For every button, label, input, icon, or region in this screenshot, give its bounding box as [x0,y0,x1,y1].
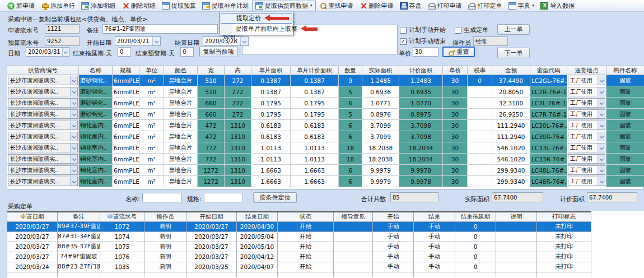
cell[interactable]: 1075 [100,242,144,252]
cell[interactable]: 30 [443,109,468,120]
cell[interactable]: 工厂使用 [567,86,606,98]
cell[interactable]: m² [139,86,164,98]
toolbar-button-1[interactable]: 添加单行 [38,1,78,11]
supplier-combo[interactable]: 长沙市潇湘玻璃实.. [8,143,78,152]
cell[interactable] [468,98,492,109]
cell[interactable]: 0.1795 [251,98,291,109]
supplier-combo[interactable]: 长沙市潇湘玻璃实.. [8,121,78,130]
cell[interactable] [468,131,492,142]
cell[interactable]: 1076 [100,252,144,262]
cell[interactable]: 2020/03/27 [186,242,237,252]
cell[interactable]: 0.6183 [291,120,339,131]
cell[interactable]: 30 [443,165,468,176]
cell[interactable]: 未打印 [537,231,591,242]
cell[interactable]: 5 [339,86,362,98]
cell[interactable]: 异地合片 [164,154,198,165]
chevron-down-icon[interactable] [70,121,77,129]
cell[interactable]: 钢化室内.. [79,131,113,142]
cell[interactable] [468,120,492,131]
cell[interactable] [496,252,537,262]
supplier-combo[interactable]: 长沙市潇湘玻璃实.. [8,177,78,186]
cell[interactable]: 20.8050 [492,86,530,98]
chevron-down-icon[interactable] [152,37,160,45]
cell[interactable]: 1.2483 [399,75,443,86]
cell[interactable]: 1310 [225,120,251,131]
cell[interactable]: 6mmPLE.. [113,109,139,120]
cell[interactable]: 660 [198,98,225,109]
cell[interactable]: 1.2485 [362,75,399,86]
cell[interactable]: 钢化室内.. [79,165,113,176]
cell[interactable]: 易明 [144,231,186,242]
cell[interactable]: 工厂使用 [567,120,606,131]
cell[interactable]: 6mmPLE.. [113,86,139,98]
cell[interactable]: 工厂使用 [567,131,606,142]
cell[interactable] [468,154,492,165]
cell[interactable]: 异地合片 [164,75,198,86]
cell[interactable]: LC2R-76#-1F [530,86,567,98]
chevron-down-icon[interactable] [598,177,605,186]
toolbar-button-0[interactable]: 新申请 [4,1,38,11]
chevron-down-icon[interactable] [598,155,605,163]
cell[interactable]: 18 [339,154,362,165]
cell[interactable]: 6 [339,176,362,187]
cell[interactable]: 钢化室内.. [79,154,113,165]
cell[interactable]: 开始 [278,231,334,242]
delivery-combo[interactable]: 工厂使用 [568,154,605,164]
cell[interactable]: 546.1020 [492,154,530,165]
cell[interactable] [468,142,492,154]
operator-field[interactable] [473,36,508,46]
chevron-down-icon[interactable] [598,110,605,118]
cell[interactable]: m² [139,142,164,154]
cell[interactable]: 0.1387 [291,86,339,98]
cell[interactable]: 2020/04/12 [237,252,278,262]
generate-order-checkbox[interactable]: 生成定单 [455,26,488,34]
cell[interactable]: 长沙市潇湘玻璃实.. [7,142,79,154]
cell[interactable]: 272 [225,98,251,109]
cell[interactable]: 2020/03/27 [186,221,237,231]
cell[interactable]: 6 [339,98,362,109]
cell[interactable]: 手动 [414,242,455,252]
cell[interactable]: m² [139,109,164,120]
delivery-combo[interactable]: 工厂使用 [568,143,605,152]
cell[interactable]: 异地合片 [164,176,198,187]
table-row[interactable]: 长沙市潇湘玻璃实..钢化室内..6mmPLE..m²异地合片77213101.0… [7,142,644,154]
cell[interactable]: LC48L-76#.. [530,165,567,176]
cell[interactable] [334,242,373,252]
cell[interactable]: 0.6183 [251,131,291,142]
cell[interactable]: 9.9978 [399,176,443,187]
cell[interactable]: 30 [443,131,468,142]
chevron-down-icon[interactable] [70,155,77,163]
cell[interactable]: 9.9979 [362,176,399,187]
cell[interactable]: 固玻 [606,120,644,131]
toolbar-button-11[interactable]: 打印定单 [465,1,505,11]
toolbar-button-3[interactable]: 删除明细 [119,1,158,11]
delivery-combo[interactable]: 工厂使用 [568,177,605,186]
cell[interactable] [468,176,492,187]
cell[interactable]: m² [139,98,164,109]
cell[interactable]: 未打印 [537,252,591,262]
toolbar-button-7[interactable]: 查找申请 [316,1,356,11]
manual-start-checkbox[interactable]: 计划手动开始 [400,26,446,34]
cell[interactable]: 1035 [100,262,144,272]
cell[interactable]: 易明 [144,262,186,272]
cell[interactable]: 磨砂钢化.. [79,98,113,109]
cell[interactable]: 钢化室内.. [79,176,113,187]
cell[interactable]: 异地合片 [164,109,198,120]
cell[interactable]: 工厂使用 [567,165,606,176]
table-row[interactable]: 长沙市潇湘玻璃实..钢化室内..6mmPLE..m²异地合片127213101.… [7,176,644,187]
chevron-down-icon[interactable] [598,76,605,85]
cell[interactable]: 工厂使用 [567,142,606,154]
cell[interactable]: 6mmPLE.. [113,142,139,154]
cell[interactable]: m² [139,120,164,131]
cell[interactable]: 0 [455,262,496,272]
cell[interactable]: 32.3100 [492,98,530,109]
cell[interactable]: 1.6663 [291,165,339,176]
chevron-down-icon[interactable] [598,143,605,152]
cell[interactable]: 0 [455,221,496,231]
cell[interactable]: 30 [443,142,468,154]
cell[interactable]: 1.0113 [251,142,291,154]
table-row[interactable]: 长沙市潇湘玻璃实..磨砂钢化..6mmPLE..m²异地合片6602720.17… [7,98,644,109]
cell[interactable]: 6 [339,131,362,142]
table-row[interactable]: 长沙市潇湘玻璃实..磨砂钢化..6mmPLE..m²异地合片6602720.17… [7,109,644,120]
table-row[interactable]: 2020/03/2488#23-27F门页玻1035易明2020/03/2520… [7,262,591,272]
